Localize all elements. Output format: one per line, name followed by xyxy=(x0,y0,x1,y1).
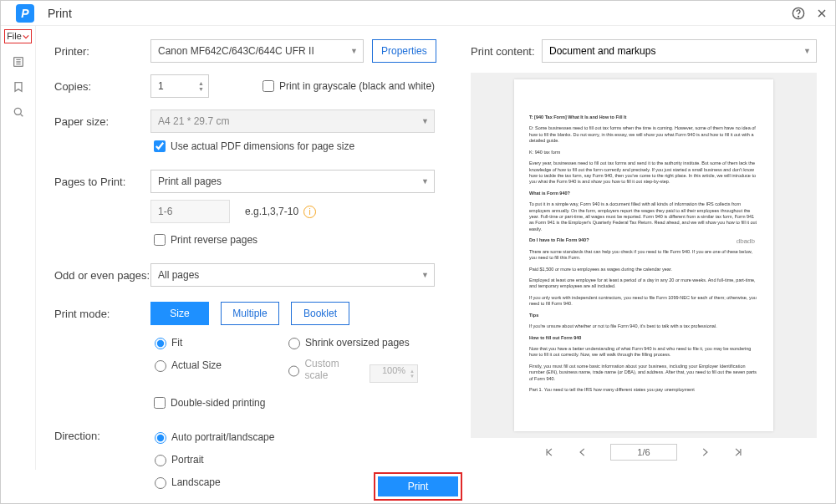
page-indicator[interactable]: 1/6 xyxy=(610,444,677,461)
preview-panel: Print content: Document and markups▼ dba… xyxy=(462,26,835,470)
oddeven-label: Odd or even pages: xyxy=(54,269,150,282)
close-icon[interactable] xyxy=(815,7,828,20)
search-icon[interactable] xyxy=(12,105,25,119)
mode-size-button[interactable]: Size xyxy=(150,302,209,325)
file-menu-button[interactable]: File xyxy=(4,29,32,43)
first-page-icon[interactable] xyxy=(543,446,555,458)
mode-booklet-button[interactable]: Booklet xyxy=(291,302,349,325)
shrink-radio[interactable]: Shrink oversized pages xyxy=(284,335,410,349)
custom-scale-radio[interactable]: Custom scale xyxy=(284,358,363,381)
actual-size-radio[interactable]: Actual Size xyxy=(150,358,222,372)
dir-portrait-radio[interactable]: Portrait xyxy=(150,452,274,466)
pages-label: Pages to Print: xyxy=(54,176,150,188)
dialog-footer: Print xyxy=(1,470,835,503)
print-button-highlight: Print xyxy=(374,472,462,501)
double-sided-checkbox[interactable]: Double-sided printing xyxy=(150,395,265,411)
prev-page-icon[interactable] xyxy=(577,446,589,458)
print-button[interactable]: Print xyxy=(378,476,458,496)
fit-radio[interactable]: Fit xyxy=(150,335,182,349)
mode-multiple-button[interactable]: Multiple xyxy=(221,302,279,325)
print-content-select[interactable]: Document and markups▼ xyxy=(542,39,817,63)
pages-to-print-select[interactable]: Print all pages▼ xyxy=(150,170,435,193)
svg-point-1 xyxy=(798,16,799,17)
page-navigator: 1/6 xyxy=(471,438,817,466)
printer-label: Printer: xyxy=(54,45,150,58)
app-logo: P xyxy=(16,4,34,23)
next-page-icon[interactable] xyxy=(699,446,711,458)
bookmark-icon[interactable] xyxy=(12,80,25,94)
copies-label: Copies: xyxy=(54,80,150,93)
preview-watermark: dbadb xyxy=(737,237,755,247)
range-example: e.g.1,3,7-10 xyxy=(245,206,298,217)
preview-area: dbadb T: [940 Tax Form] What It Is and H… xyxy=(471,73,817,438)
info-icon[interactable]: i xyxy=(303,206,316,218)
last-page-icon[interactable] xyxy=(732,446,744,458)
print-content-label: Print content: xyxy=(471,45,542,58)
window-title: Print xyxy=(48,7,72,20)
copies-input[interactable]: 1▲▼ xyxy=(150,74,209,98)
direction-label: Direction: xyxy=(54,430,150,442)
outline-icon[interactable] xyxy=(12,55,25,69)
help-icon[interactable] xyxy=(792,7,805,20)
grayscale-checkbox[interactable]: Print in grayscale (black and white) xyxy=(259,78,435,94)
printer-select[interactable]: Canon MF642C/643C/644C UFR II▼ xyxy=(150,39,364,63)
page-range-input[interactable] xyxy=(150,200,230,223)
properties-button[interactable]: Properties xyxy=(372,39,436,63)
preview-page: dbadb T: [940 Tax Form] What It Is and H… xyxy=(514,79,773,431)
settings-panel: Printer: Canon MF642C/643C/644C UFR II▼ … xyxy=(36,26,462,470)
dir-auto-radio[interactable]: Auto portrait/landscape xyxy=(150,430,274,444)
mode-label: Print mode: xyxy=(54,308,150,320)
title-bar: P Print xyxy=(1,1,835,26)
custom-scale-input[interactable]: 100%▲▼ xyxy=(370,364,418,383)
left-sidebar: File xyxy=(1,26,36,470)
svg-point-3 xyxy=(14,108,21,115)
oddeven-select[interactable]: All pages▼ xyxy=(150,263,435,287)
actual-dimensions-checkbox[interactable]: Use actual PDF dimensions for page size xyxy=(150,138,354,155)
paper-size-select[interactable]: A4 21 * 29.7 cm▼ xyxy=(150,109,435,133)
paper-label: Paper size: xyxy=(54,115,150,128)
reverse-pages-checkbox[interactable]: Print reverse pages xyxy=(150,232,257,248)
